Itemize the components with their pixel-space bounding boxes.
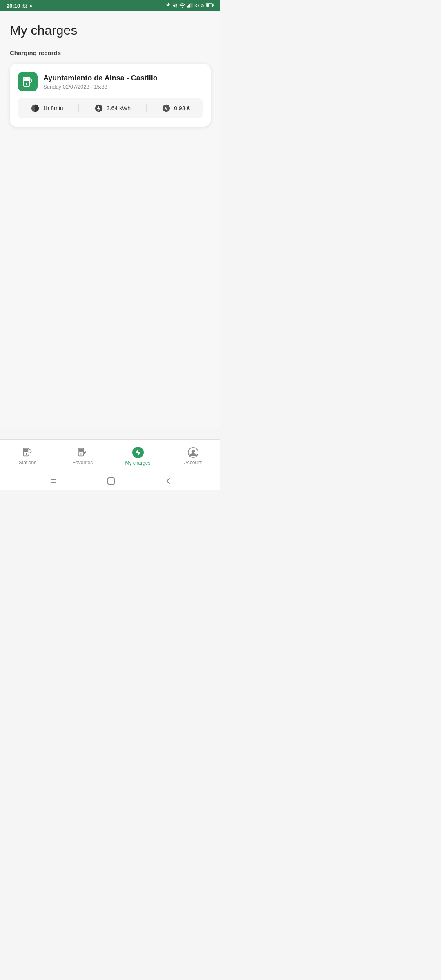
charge-card[interactable]: Ayuntamiento de Ainsa - Castillo Sunday … <box>10 64 211 127</box>
duration-stat: 1h 8min <box>31 104 63 113</box>
battery-percent: 37% <box>194 3 204 9</box>
status-time: 20:10 <box>7 3 20 9</box>
svg-rect-31 <box>108 478 114 484</box>
energy-stat: 3.64 kWh <box>94 104 131 113</box>
bottom-nav: Stations Favorites My charges <box>0 439 220 472</box>
status-bar: 20:10 🖼 ● <box>0 0 220 11</box>
stations-label: Stations <box>19 460 36 466</box>
section-label: Charging records <box>10 49 211 56</box>
svg-rect-19 <box>24 449 28 452</box>
svg-rect-11 <box>24 78 29 81</box>
divider-2 <box>146 104 147 112</box>
account-icon <box>187 447 199 458</box>
station-icon <box>18 72 38 91</box>
charge-card-info: Ayuntamiento de Ainsa - Castillo Sunday … <box>43 74 158 90</box>
favorites-icon <box>77 447 89 458</box>
nav-favorites[interactable]: Favorites <box>55 447 110 466</box>
svg-rect-23 <box>79 449 82 452</box>
cost-stat: € 0.93 € <box>162 104 190 113</box>
charge-card-header: Ayuntamiento de Ainsa - Castillo Sunday … <box>18 72 203 91</box>
wifi-icon <box>179 3 185 9</box>
station-name: Ayuntamiento de Ainsa - Castillo <box>43 74 158 82</box>
battery-icon <box>206 3 214 9</box>
svg-point-21 <box>26 454 27 455</box>
account-label: Account <box>184 460 202 466</box>
main-content: My charges Charging records Ayuntamiento… <box>0 11 220 427</box>
whatsapp-icon: ● <box>29 3 32 8</box>
duration-value: 1h 8min <box>43 105 63 111</box>
photo-icon: 🖼 <box>22 3 27 8</box>
svg-rect-5 <box>190 3 191 8</box>
recent-apps-button[interactable] <box>49 478 58 484</box>
cost-value: 0.93 € <box>174 105 190 111</box>
favorites-label: Favorites <box>73 460 93 466</box>
nav-account[interactable]: Account <box>165 447 220 466</box>
status-bar-right: 37% <box>166 2 214 9</box>
svg-rect-3 <box>188 5 189 7</box>
station-date: Sunday 02/07/2023 - 15:38 <box>43 84 158 90</box>
svg-rect-6 <box>192 3 192 7</box>
svg-rect-2 <box>187 6 188 7</box>
svg-rect-4 <box>189 4 190 7</box>
divider-1 <box>78 104 79 112</box>
system-nav <box>0 472 220 490</box>
svg-rect-8 <box>213 4 214 6</box>
back-button[interactable] <box>165 477 171 485</box>
nav-mycharges[interactable]: My charges <box>110 446 165 466</box>
duration-icon <box>31 104 40 113</box>
nav-stations[interactable]: Stations <box>0 447 55 466</box>
cost-icon: € <box>162 104 171 113</box>
stats-row: 1h 8min 3.64 kWh € <box>18 98 203 118</box>
energy-value: 3.64 kWh <box>107 105 131 111</box>
mycharges-label: My charges <box>125 460 150 466</box>
svg-point-27 <box>191 450 194 453</box>
bluetooth-icon <box>166 2 171 9</box>
mute-icon <box>172 3 178 9</box>
svg-point-13 <box>26 84 27 85</box>
page-title: My charges <box>10 23 211 38</box>
svg-text:€: € <box>165 106 167 111</box>
mycharges-icon <box>132 446 144 459</box>
energy-icon <box>94 104 103 113</box>
home-button[interactable] <box>107 477 115 485</box>
stations-icon <box>22 447 33 458</box>
svg-rect-9 <box>206 4 209 7</box>
signal-icon <box>187 3 193 9</box>
status-bar-left: 20:10 🖼 ● <box>7 3 32 9</box>
